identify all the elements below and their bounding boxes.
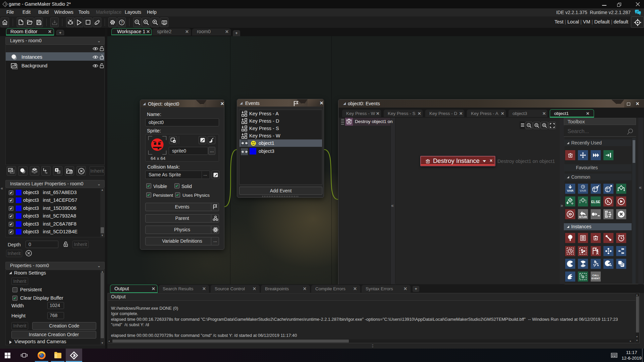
svg-text:RETURN: RETURN	[579, 216, 587, 218]
svg-text:VAR: VAR	[580, 189, 586, 192]
svg-text:?: ?	[582, 199, 584, 202]
svg-text:?: ?	[121, 21, 123, 24]
svg-text:ELSE: ELSE	[591, 200, 600, 204]
svg-text:VAR: VAR	[567, 189, 573, 192]
svg-text:EVENT: EVENT	[591, 277, 600, 280]
